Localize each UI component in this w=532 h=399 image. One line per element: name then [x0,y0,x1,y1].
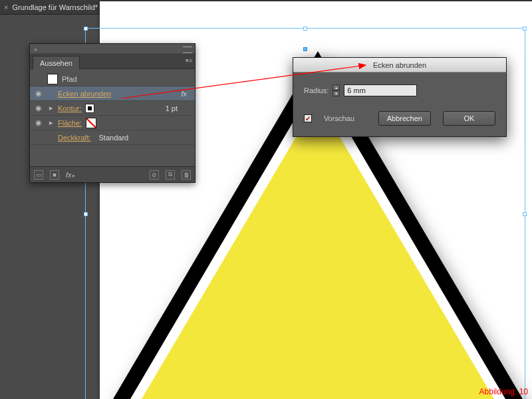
radius-stepper[interactable]: ▲ ▼ [332,84,340,96]
opacity-label[interactable]: Deckkraft: [58,134,91,142]
appearance-panel: × Aussehen ▾≡ Pfad ◉ Ecken abrunden fx ◉… [29,43,196,183]
stepper-down-icon[interactable]: ▼ [332,90,340,96]
panel-close-icon[interactable]: × [34,47,37,53]
duplicate-item-icon[interactable]: ⧉ [166,170,175,180]
visibility-toggle-icon[interactable]: ◉ [34,89,43,98]
round-corners-dialog: Ecken abrunden Radius: ▲ ▼ ✔ Vorschau Ab… [293,57,507,137]
opacity-value[interactable]: Standard [99,134,129,142]
bbox-handle-top-left[interactable] [84,27,88,31]
stepper-up-icon[interactable]: ▲ [332,84,340,90]
radius-input[interactable] [344,84,417,96]
appearance-tab[interactable]: Aussehen [33,56,80,69]
disclosure-icon[interactable]: ▶ [47,106,54,111]
new-fill-icon[interactable]: ■ [50,170,59,180]
bbox-handle-left[interactable] [84,212,88,216]
appearance-panel-footer: ▭ ■ fx▾ ⊘ ⧉ 🗑 [30,166,195,182]
fill-swatch-none[interactable] [86,118,96,128]
appearance-row-stroke[interactable]: ◉ ▶ Kontur: 1 pt [30,101,195,116]
panel-spacer [30,145,195,166]
tab-close-icon[interactable]: × [4,3,8,11]
new-stroke-icon[interactable]: ▭ [34,170,43,180]
path-label: Pfad [62,75,77,83]
fx-indicator-icon[interactable]: fx [181,90,187,98]
path-swatch[interactable] [47,74,58,84]
stroke-swatch[interactable] [85,104,94,113]
disclosure-icon[interactable]: ▶ [47,120,54,126]
preview-checkbox[interactable]: ✔ [304,114,312,122]
stroke-weight-value[interactable]: 1 pt [166,104,178,112]
appearance-row-opacity[interactable]: Deckkraft: Standard [30,130,195,145]
stroke-label[interactable]: Kontur: [58,104,81,112]
panel-menu-icon[interactable]: ▾≡ [186,57,192,64]
bbox-handle-right[interactable] [523,212,527,216]
panel-collapse-icon[interactable] [183,47,192,53]
visibility-toggle-icon[interactable]: ◉ [34,104,43,112]
bbox-handle-top[interactable] [303,27,307,31]
appearance-rows: Pfad ◉ Ecken abrunden fx ◉ ▶ Kontur: 1 p… [30,69,195,166]
dialog-title[interactable]: Ecken abrunden [293,58,506,72]
figure-caption: Abbildung: 10 [479,387,528,396]
bbox-handle-top-right[interactable] [523,27,527,31]
panel-tabs: Aussehen [30,53,195,69]
effect-link[interactable]: Ecken abrunden [58,90,111,98]
fill-label[interactable]: Fläche: [58,119,82,127]
add-effect-button[interactable]: fx▾ [66,171,74,179]
preview-label: Vorschau [324,114,354,122]
clear-appearance-icon[interactable]: ⊘ [150,170,159,180]
appearance-row-path[interactable]: Pfad [30,72,195,86]
path-anchor-point[interactable] [303,47,307,51]
delete-item-icon[interactable]: 🗑 [182,170,191,180]
visibility-toggle-icon[interactable]: ◉ [34,118,43,127]
appearance-row-fill[interactable]: ◉ ▶ Fläche: [30,116,195,130]
radius-label: Radius: [304,86,329,94]
cancel-button[interactable]: Abbrechen [378,111,431,126]
appearance-row-effect[interactable]: ◉ Ecken abrunden fx [30,86,195,101]
ok-button[interactable]: OK [443,111,495,126]
